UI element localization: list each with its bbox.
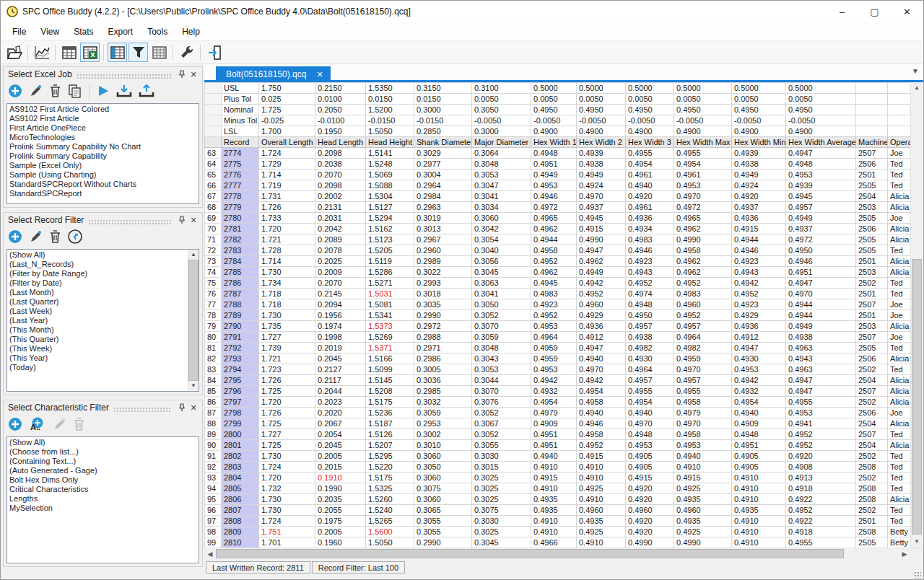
data-cell[interactable]: 2508 bbox=[856, 483, 888, 494]
data-cell[interactable]: 1.719 bbox=[259, 180, 315, 191]
data-cell[interactable]: 0.3010 bbox=[414, 440, 472, 451]
data-cell[interactable]: 0.4939 bbox=[732, 148, 786, 159]
data-cell[interactable]: 0.4951 bbox=[531, 429, 577, 440]
datasheet-view-button[interactable] bbox=[108, 43, 127, 62]
data-cell[interactable]: 0.3052 bbox=[472, 429, 531, 440]
data-cell[interactable]: 0.4953 bbox=[531, 321, 577, 332]
record-cell[interactable]: 2802 bbox=[222, 451, 259, 462]
data-cell[interactable]: Ted bbox=[888, 516, 911, 527]
data-cell[interactable]: 0.4972 bbox=[531, 202, 577, 213]
row-number-cell[interactable]: 97 bbox=[205, 516, 222, 527]
data-cell[interactable]: 1.5069 bbox=[366, 170, 414, 180]
maximize-button[interactable]: ▢ bbox=[858, 1, 891, 22]
data-cell[interactable]: 0.4957 bbox=[674, 375, 732, 386]
data-cell[interactable]: 0.4979 bbox=[531, 408, 577, 418]
data-cell[interactable]: 0.4972 bbox=[674, 202, 732, 213]
row-number-cell[interactable]: 79 bbox=[205, 321, 222, 332]
record-cell[interactable]: 2791 bbox=[222, 332, 259, 343]
data-cell[interactable]: 0.4952 bbox=[732, 289, 786, 299]
data-cell[interactable]: 0.4923 bbox=[732, 256, 786, 267]
data-cell[interactable]: 0.4910 bbox=[732, 537, 786, 548]
row-number-cell[interactable]: 80 bbox=[205, 332, 222, 343]
data-cell[interactable]: 0.3045 bbox=[472, 267, 531, 278]
data-cell[interactable]: 0.2019 bbox=[315, 343, 366, 353]
data-cell[interactable]: 2501 bbox=[856, 170, 888, 180]
column-header-cell[interactable]: Head Length bbox=[315, 137, 366, 148]
data-cell[interactable]: 0.2054 bbox=[315, 429, 366, 440]
data-cell[interactable]: 0.3055 bbox=[472, 440, 531, 451]
data-cell[interactable]: 0.4947 bbox=[786, 148, 856, 159]
data-cell[interactable]: 1.727 bbox=[259, 332, 315, 343]
delete-characteristic-filter-button[interactable] bbox=[73, 418, 85, 434]
data-cell[interactable]: 2503 bbox=[856, 202, 888, 213]
data-cell[interactable]: 0.2089 bbox=[315, 234, 366, 245]
data-cell[interactable]: 1.5166 bbox=[366, 353, 414, 364]
data-cell[interactable]: 0.3075 bbox=[414, 483, 472, 494]
close-icon[interactable]: ✕ bbox=[188, 69, 199, 80]
data-cell[interactable]: 0.4965 bbox=[674, 213, 732, 224]
data-cell[interactable]: 1.730 bbox=[259, 267, 315, 278]
data-cell[interactable]: 1.5236 bbox=[366, 408, 414, 418]
data-cell[interactable]: 0.4949 bbox=[786, 213, 856, 224]
data-cell[interactable]: 1.714 bbox=[259, 170, 315, 180]
export-excel-button[interactable] bbox=[80, 43, 100, 62]
data-cell[interactable]: 0.4949 bbox=[786, 321, 856, 332]
open-file-button[interactable] bbox=[4, 43, 24, 62]
data-cell[interactable]: 0.4910 bbox=[577, 494, 626, 505]
row-number-cell[interactable]: 82 bbox=[205, 353, 222, 364]
record-cell[interactable]: 2775 bbox=[222, 159, 259, 170]
data-cell[interactable]: Ted bbox=[888, 483, 911, 494]
data-cell[interactable]: 2501 bbox=[856, 289, 888, 299]
data-cell[interactable]: 1.5325 bbox=[366, 483, 414, 494]
data-cell[interactable]: 0.4905 bbox=[626, 462, 674, 473]
data-cell[interactable]: 0.4938 bbox=[626, 332, 674, 343]
data-cell[interactable]: 1.725 bbox=[259, 386, 315, 397]
data-cell[interactable]: 0.4946 bbox=[577, 418, 626, 429]
data-cell[interactable]: 2505 bbox=[856, 343, 888, 353]
data-cell[interactable]: 0.4952 bbox=[531, 310, 577, 321]
data-cell[interactable]: 0.2070 bbox=[315, 278, 366, 289]
data-cell[interactable]: 0.4910 bbox=[531, 527, 577, 537]
data-cell[interactable]: 0.4953 bbox=[531, 364, 577, 375]
data-cell[interactable]: Ted bbox=[888, 429, 911, 440]
data-cell[interactable]: 0.4945 bbox=[786, 191, 856, 202]
record-cell[interactable]: 2786 bbox=[222, 278, 259, 289]
data-cell[interactable]: 1.5205 bbox=[366, 245, 414, 256]
data-cell[interactable]: 1.725 bbox=[259, 440, 315, 451]
scrollbar-thumb[interactable] bbox=[188, 260, 199, 381]
data-cell[interactable]: 0.3059 bbox=[414, 408, 472, 418]
record-cell[interactable]: 2803 bbox=[222, 462, 259, 473]
data-cell[interactable]: 0.4909 bbox=[732, 418, 786, 429]
data-cell[interactable]: 2507 bbox=[856, 429, 888, 440]
data-cell[interactable]: Alicia bbox=[888, 191, 911, 202]
close-button[interactable]: ✕ bbox=[891, 1, 923, 22]
row-number-cell[interactable]: 77 bbox=[205, 299, 222, 310]
data-cell[interactable]: 0.4943 bbox=[732, 267, 786, 278]
excel-job-item[interactable]: Sample (Excel Only) bbox=[7, 161, 199, 170]
data-cell[interactable]: 0.2023 bbox=[315, 397, 366, 408]
data-cell[interactable]: 0.4913 bbox=[786, 473, 856, 483]
data-cell[interactable]: 1.728 bbox=[259, 245, 315, 256]
data-cell[interactable]: 2502 bbox=[856, 397, 888, 408]
data-cell[interactable]: 1.726 bbox=[259, 375, 315, 386]
data-cell[interactable]: 0.3060 bbox=[414, 494, 472, 505]
data-cell[interactable]: 0.4945 bbox=[577, 213, 626, 224]
row-number-cell[interactable]: 90 bbox=[205, 440, 222, 451]
data-cell[interactable]: 1.5127 bbox=[366, 202, 414, 213]
data-cell[interactable]: 0.4920 bbox=[626, 483, 674, 494]
data-cell[interactable]: 0.2044 bbox=[315, 386, 366, 397]
data-cell[interactable]: 0.4964 bbox=[531, 332, 577, 343]
data-cell[interactable]: 0.3043 bbox=[472, 353, 531, 364]
data-cell[interactable]: 1.5220 bbox=[366, 462, 414, 473]
column-header-cell[interactable]: Hex Width Min bbox=[732, 137, 786, 148]
pin-icon[interactable] bbox=[176, 214, 188, 226]
excel-job-item[interactable]: First Article OnePiece bbox=[7, 123, 199, 133]
data-cell[interactable]: 2506 bbox=[856, 353, 888, 364]
data-cell[interactable]: Alicia bbox=[888, 440, 911, 451]
row-number-cell[interactable]: 84 bbox=[205, 375, 222, 386]
data-cell[interactable]: 0.4983 bbox=[531, 289, 577, 299]
data-cell[interactable]: 0.3070 bbox=[472, 386, 531, 397]
row-number-cell[interactable]: 76 bbox=[205, 289, 222, 299]
record-cell[interactable]: 2783 bbox=[222, 245, 259, 256]
record-cell[interactable]: 2808 bbox=[222, 516, 259, 527]
